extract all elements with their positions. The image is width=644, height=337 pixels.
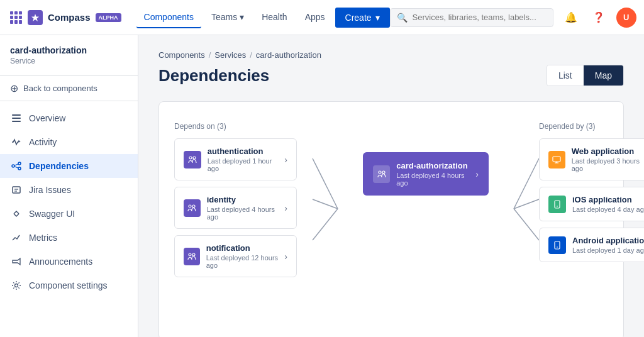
- svg-point-12: [189, 157, 192, 159]
- svg-line-20: [313, 209, 338, 240]
- center-card-name: card-authorization: [396, 161, 475, 170]
- breadcrumb-sep-2: /: [250, 50, 252, 60]
- swagger-icon: [10, 207, 23, 220]
- sidebar-item-component-settings[interactable]: Component settings: [0, 273, 138, 297]
- svg-point-17: [192, 253, 195, 256]
- nav-apps[interactable]: Apps: [297, 7, 333, 28]
- dep-card-left: notification Last deployed 12 hours ago: [184, 243, 284, 269]
- dep-card-notification[interactable]: notification Last deployed 12 hours ago …: [174, 235, 297, 277]
- dep-card-identity[interactable]: identity Last deployed 4 hours ago ›: [174, 187, 297, 229]
- dep-card-ios-application[interactable]: iOS application Last deployed 4 day ago …: [539, 187, 644, 221]
- breadcrumb-components[interactable]: Components: [158, 50, 205, 60]
- sidebar-item-overview[interactable]: Overview: [0, 106, 138, 130]
- center-card-sub: Last deployed 4 hours ago: [396, 172, 475, 187]
- component-type: Service: [10, 57, 128, 65]
- grid-icon[interactable]: [10, 11, 23, 24]
- dep-card-name: authentication: [208, 146, 285, 156]
- nav-health[interactable]: Health: [254, 7, 294, 28]
- depended-by-column: Depended by (3) Web application Last dep…: [539, 122, 644, 278]
- nav-components[interactable]: Components: [136, 7, 201, 28]
- svg-point-32: [557, 246, 558, 248]
- svg-rect-2: [12, 121, 21, 122]
- breadcrumb-current: card-authorization: [256, 50, 321, 60]
- chevron-down-icon: ▾: [240, 12, 244, 22]
- nav-links: Components Teams ▾ Health Apps Create ▾: [136, 7, 390, 28]
- notifications-button[interactable]: 🔔: [561, 8, 581, 28]
- dependency-map: Depends on (3) authentication Last deplo…: [174, 122, 608, 278]
- dep-card-web-application[interactable]: Web application Last deployed 3 hours ag…: [539, 138, 644, 180]
- create-label: Create: [345, 13, 372, 23]
- svg-point-21: [379, 171, 381, 174]
- list-view-button[interactable]: List: [547, 65, 584, 86]
- svg-point-30: [557, 206, 558, 207]
- depended-by-label: Depended by (3): [539, 122, 644, 131]
- search-input[interactable]: [413, 13, 547, 22]
- center-column: card-authorization Last deployed 4 hours…: [363, 122, 489, 278]
- center-card[interactable]: card-authorization Last deployed 4 hours…: [363, 152, 489, 196]
- dep-card-sub: Last deployed 1 hour ago: [208, 157, 285, 172]
- sidebar-item-label: Activity: [29, 137, 57, 147]
- svg-point-4: [18, 162, 21, 165]
- nav-right: 🔍 🔔 ❓ U: [390, 8, 636, 28]
- svg-point-16: [189, 253, 191, 256]
- dep-card-left: iOS application Last deployed 4 day ago: [548, 195, 644, 213]
- right-connector-svg: [489, 140, 539, 278]
- svg-point-22: [382, 171, 385, 174]
- dep-card-name: iOS application: [572, 195, 644, 204]
- center-card-left: card-authorization Last deployed 4 hours…: [373, 161, 475, 187]
- nav-teams[interactable]: Teams ▾: [204, 7, 252, 28]
- dep-icon-identity: [184, 199, 201, 217]
- sidebar-item-swagger-ui[interactable]: Swagger UI: [0, 202, 138, 226]
- sidebar-header: card-authorization Service: [0, 35, 138, 76]
- sidebar-item-label: Metrics: [29, 233, 57, 243]
- svg-line-6: [14, 164, 18, 166]
- activity-icon: [10, 136, 23, 148]
- logo-area: Compass ALPHA: [10, 10, 121, 25]
- dep-card-sub: Last deployed 1 day ago: [572, 246, 644, 254]
- dep-card-name: identity: [207, 195, 285, 204]
- sidebar-item-label: Overview: [29, 113, 65, 123]
- svg-line-7: [14, 167, 18, 168]
- sidebar-item-label: Component settings: [29, 280, 108, 290]
- help-button[interactable]: ❓: [589, 8, 609, 28]
- sidebar-item-label: Dependencies: [29, 161, 89, 171]
- sidebar-item-announcements[interactable]: Announcements: [0, 250, 138, 273]
- back-to-components[interactable]: ⊕ Back to components: [0, 76, 138, 101]
- dep-card-sub: Last deployed 4 hours ago: [207, 206, 285, 221]
- sidebar-nav: Overview Activity Dependencies Jira Issu…: [0, 101, 138, 302]
- svg-point-13: [193, 157, 196, 159]
- chevron-right-icon: ›: [284, 155, 287, 165]
- dep-card-name: Android application: [572, 236, 644, 245]
- chevron-right-icon: ›: [475, 169, 479, 179]
- sidebar-item-metrics[interactable]: Metrics: [0, 226, 138, 250]
- avatar[interactable]: U: [616, 8, 636, 28]
- create-button[interactable]: Create ▾: [335, 8, 390, 28]
- circle-plus-icon: ⊕: [10, 82, 18, 94]
- dep-card-authentication[interactable]: authentication Last deployed 1 hour ago …: [174, 138, 297, 180]
- dep-icon-web: [548, 151, 565, 168]
- sidebar-item-label: Swagger UI: [29, 209, 75, 219]
- search-bar[interactable]: 🔍: [390, 8, 553, 27]
- chevron-down-icon-create: ▾: [375, 13, 380, 23]
- dep-card-android-application[interactable]: Android application Last deployed 1 day …: [539, 228, 644, 262]
- svg-rect-29: [555, 201, 560, 208]
- chevron-right-icon: ›: [284, 203, 287, 213]
- sidebar-item-jira-issues[interactable]: Jira Issues: [0, 178, 138, 202]
- dep-icon-notification: [184, 248, 200, 265]
- svg-rect-0: [12, 114, 21, 116]
- sidebar-item-activity[interactable]: Activity: [0, 130, 138, 154]
- sidebar-item-dependencies[interactable]: Dependencies: [0, 154, 138, 178]
- depended-by-list: Web application Last deployed 3 hours ag…: [539, 138, 644, 262]
- dependencies-icon: [10, 160, 23, 172]
- map-view-button[interactable]: Map: [584, 65, 623, 86]
- dep-icon-android: [548, 236, 566, 254]
- dependency-map-container: Depends on (3) authentication Last deplo…: [158, 101, 624, 337]
- page-title: Dependencies: [158, 66, 269, 86]
- page-header: Dependencies List Map: [158, 65, 624, 86]
- breadcrumb: Components / Services / card-authorizati…: [158, 50, 624, 60]
- svg-rect-8: [13, 187, 20, 193]
- sidebar: card-authorization Service ⊕ Back to com…: [0, 35, 138, 337]
- breadcrumb-services[interactable]: Services: [214, 50, 246, 60]
- search-icon: 🔍: [397, 13, 408, 23]
- dep-card-name: notification: [206, 243, 285, 253]
